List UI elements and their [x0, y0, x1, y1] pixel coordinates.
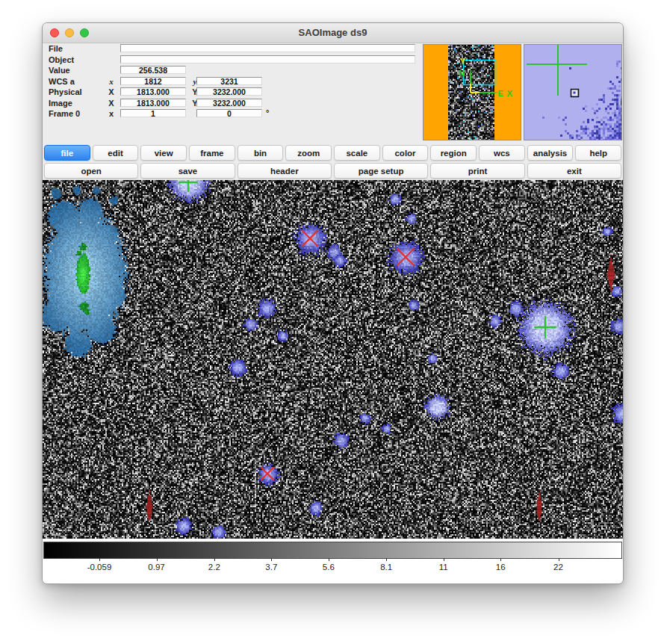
image-x-letter: X — [105, 99, 117, 108]
file-label: File — [49, 44, 63, 54]
physical-y-field[interactable]: 3232.000 — [196, 87, 262, 96]
image-x-field[interactable]: 1813.000 — [120, 99, 186, 107]
colorbar-tick — [99, 558, 100, 561]
colorbar-tick — [157, 558, 158, 561]
physical-label: Physical — [49, 87, 82, 97]
menu-view[interactable]: view — [140, 145, 187, 161]
colorbar-tick-label: -0.059 — [87, 563, 112, 572]
wcs-y-field[interactable]: 3231 — [196, 77, 262, 85]
print-button[interactable]: print — [430, 163, 524, 179]
file-field[interactable] — [120, 44, 415, 52]
value-field[interactable]: 256.538 — [120, 66, 186, 74]
main-image-canvas[interactable] — [43, 180, 623, 539]
image-y-field[interactable]: 3232.000 — [196, 99, 262, 107]
menu-bar: file edit view frame bin zoom scale colo… — [44, 145, 621, 161]
menu-zoom[interactable]: zoom — [285, 145, 332, 161]
exit-button[interactable]: exit — [527, 163, 621, 179]
menu-wcs[interactable]: wcs — [479, 145, 525, 161]
open-button[interactable]: open — [44, 163, 138, 179]
colorbar-tick — [386, 558, 387, 561]
colorbar[interactable] — [43, 542, 622, 559]
menu-frame[interactable]: frame — [189, 145, 235, 161]
frame-x-letter: x — [105, 109, 117, 119]
object-label: Object — [49, 55, 74, 65]
ds9-window: SAOImage ds9 File Object Value 256.538 W… — [42, 22, 624, 584]
colorbar-tick-label: 22 — [553, 563, 563, 572]
physical-x-field[interactable]: 1813.000 — [120, 87, 186, 96]
file-submenu-bar: open save header page setup print exit — [44, 163, 621, 179]
colorbar-tick — [329, 558, 329, 561]
colorbar-tick — [214, 558, 215, 561]
colorbar-tick-label: 8.1 — [380, 563, 392, 572]
colorbar-tick-label: 2.2 — [208, 563, 220, 572]
image-label: Image — [49, 99, 72, 108]
colorbar-tick-label: 5.6 — [323, 563, 335, 572]
physical-x-letter: X — [105, 87, 117, 97]
colorbar-tick — [444, 558, 444, 561]
colorbar-ticks: -0.0590.972.23.75.68.1111622 — [43, 558, 621, 578]
header-button[interactable]: header — [238, 163, 332, 179]
frame-label: Frame 0 — [49, 109, 80, 119]
colorbar-tick — [500, 558, 501, 561]
menu-edit[interactable]: edit — [93, 145, 139, 161]
menu-help[interactable]: help — [575, 145, 621, 161]
menu-analysis[interactable]: analysis — [527, 145, 574, 161]
wcs-x-field[interactable]: 1812 — [120, 77, 186, 85]
desktop: SAOImage ds9 File Object Value 256.538 W… — [0, 0, 664, 644]
window-title: SAOImage ds9 — [43, 27, 623, 38]
wcs-label: WCS a — [49, 77, 75, 87]
value-label: Value — [49, 66, 70, 75]
colorbar-tick-label: 11 — [439, 563, 448, 572]
frame-rotation-field[interactable]: 0 — [196, 109, 262, 117]
magnifier-preview[interactable] — [524, 44, 622, 140]
object-field[interactable] — [120, 55, 415, 64]
menu-bin[interactable]: bin — [238, 145, 284, 161]
menu-file[interactable]: file — [44, 145, 90, 161]
save-button[interactable]: save — [140, 163, 235, 179]
menu-color[interactable]: color — [382, 145, 429, 161]
titlebar[interactable]: SAOImage ds9 — [43, 23, 623, 43]
menu-region[interactable]: region — [430, 145, 477, 161]
colorbar-tick — [559, 558, 559, 561]
colorbar-tick — [271, 558, 272, 561]
colorbar-tick-label: 16 — [496, 563, 506, 572]
panner-preview[interactable] — [423, 44, 521, 140]
colorbar-tick-label: 0.97 — [148, 563, 164, 572]
colorbar-tick-label: 3.7 — [265, 563, 277, 572]
menu-scale[interactable]: scale — [334, 145, 380, 161]
frame-zoom-field[interactable]: 1 — [120, 109, 186, 117]
wcs-x-letter: x — [105, 77, 117, 87]
colorbar-panel: -0.0590.972.23.75.68.1111622 — [43, 539, 623, 583]
degree-symbol: ° — [266, 108, 269, 117]
page-setup-button[interactable]: page setup — [334, 163, 428, 179]
